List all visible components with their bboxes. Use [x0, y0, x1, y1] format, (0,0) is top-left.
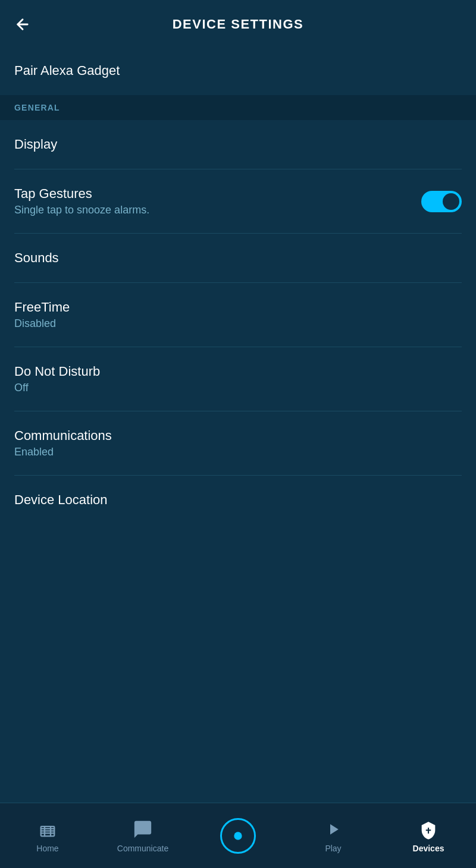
sounds-label: Sounds	[14, 250, 462, 266]
play-icon	[322, 819, 344, 840]
do-not-disturb-item[interactable]: Do Not Disturb Off	[0, 347, 476, 411]
do-not-disturb-status: Off	[14, 382, 462, 394]
nav-communicate-label: Communicate	[117, 844, 168, 853]
bottom-navigation: Home Communicate Play	[0, 803, 476, 868]
freetime-status: Disabled	[14, 317, 462, 330]
pair-alexa-gadget-item[interactable]: Pair Alexa Gadget	[0, 46, 476, 95]
svg-point-7	[234, 832, 242, 839]
freetime-label: FreeTime	[14, 300, 462, 315]
nav-devices-label: Devices	[413, 844, 444, 853]
device-location-label: Device Location	[14, 492, 462, 508]
nav-play[interactable]: Play	[303, 819, 363, 853]
tap-gestures-text: Tap Gestures Single tap to snooze alarms…	[14, 186, 149, 216]
general-section-header: GENERAL	[0, 95, 476, 120]
display-item[interactable]: Display	[0, 120, 476, 169]
device-location-item[interactable]: Device Location	[0, 476, 476, 524]
communications-label: Communications	[14, 428, 462, 444]
page-title: DEVICE SETTINGS	[173, 17, 304, 32]
toggle-thumb	[443, 193, 459, 210]
pair-alexa-gadget-label: Pair Alexa Gadget	[14, 63, 462, 78]
communications-status: Enabled	[14, 446, 462, 458]
nav-alexa[interactable]	[208, 818, 268, 854]
tap-gestures-label: Tap Gestures	[14, 186, 149, 202]
communications-item[interactable]: Communications Enabled	[0, 411, 476, 475]
nav-play-label: Play	[325, 844, 341, 853]
display-label: Display	[14, 137, 462, 152]
tap-gestures-toggle[interactable]	[421, 191, 462, 212]
nav-devices[interactable]: Devices	[399, 819, 458, 853]
communicate-icon	[132, 819, 154, 840]
back-button[interactable]	[14, 16, 31, 33]
svg-marker-8	[330, 824, 339, 835]
freetime-item[interactable]: FreeTime Disabled	[0, 283, 476, 347]
devices-icon	[418, 819, 439, 840]
tap-gestures-subtitle: Single tap to snooze alarms.	[14, 204, 149, 216]
page-header: DEVICE SETTINGS	[0, 0, 476, 46]
nav-communicate[interactable]: Communicate	[113, 819, 173, 853]
do-not-disturb-label: Do Not Disturb	[14, 364, 462, 379]
alexa-button[interactable]	[220, 818, 256, 854]
nav-home[interactable]: Home	[18, 819, 77, 853]
sounds-item[interactable]: Sounds	[0, 234, 476, 282]
general-section-label: GENERAL	[14, 103, 60, 112]
home-icon	[37, 819, 58, 840]
tap-gestures-item[interactable]: Tap Gestures Single tap to snooze alarms…	[0, 169, 476, 233]
nav-home-label: Home	[36, 844, 58, 853]
